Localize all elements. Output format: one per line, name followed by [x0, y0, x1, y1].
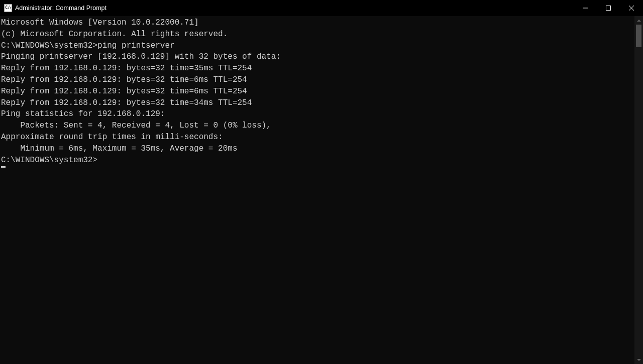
window-title: Administrator: Command Prompt [15, 5, 106, 12]
cursor [1, 166, 6, 168]
cmd-icon-text: C:\ [5, 6, 11, 10]
packets-line: Packets: Sent = 4, Received = 4, Lost = … [1, 120, 634, 132]
cmd-icon: C:\ [4, 4, 12, 12]
approx-line: Approximate round trip times in milli-se… [1, 132, 634, 143]
close-icon [629, 6, 634, 11]
stats-header-line: Ping statistics for 192.168.0.129: [1, 108, 634, 120]
reply-line: Reply from 192.168.0.129: bytes=32 time=… [1, 86, 634, 97]
close-button[interactable] [620, 0, 643, 16]
current-prompt-line: C:\WINDOWS\system32> [1, 155, 634, 168]
terminal-output[interactable]: Microsoft Windows [Version 10.0.22000.71… [0, 16, 634, 364]
copyright-line: (c) Microsoft Corporation. All rights re… [1, 29, 634, 40]
svg-marker-5 [637, 359, 641, 361]
command-prompt-window: C:\ Administrator: Command Prompt Micros… [0, 0, 643, 364]
reply-line: Reply from 192.168.0.129: bytes=32 time=… [1, 63, 634, 74]
chevron-up-icon [637, 20, 641, 22]
window-controls [574, 0, 643, 16]
scroll-thumb[interactable] [636, 25, 641, 47]
reply-line: Reply from 192.168.0.129: bytes=32 time=… [1, 74, 634, 86]
svg-rect-1 [606, 6, 611, 11]
minmax-line: Minimum = 6ms, Maximum = 35ms, Average =… [1, 143, 634, 155]
scroll-track[interactable] [634, 25, 643, 355]
minimize-icon [583, 6, 588, 11]
maximize-button[interactable] [597, 0, 620, 16]
maximize-icon [606, 6, 611, 11]
prompt-text: C:\WINDOWS\system32> [1, 156, 97, 165]
scroll-up-arrow[interactable] [634, 16, 643, 25]
vertical-scrollbar[interactable] [634, 16, 643, 364]
scroll-down-arrow[interactable] [634, 355, 643, 364]
prompt-line: C:\WINDOWS\system32>ping printserver [1, 40, 634, 52]
svg-marker-4 [637, 20, 641, 22]
version-line: Microsoft Windows [Version 10.0.22000.71… [1, 17, 634, 29]
chevron-down-icon [637, 359, 641, 361]
reply-line: Reply from 192.168.0.129: bytes=32 time=… [1, 97, 634, 109]
client-area: Microsoft Windows [Version 10.0.22000.71… [0, 16, 643, 364]
pinging-line: Pinging printserver [192.168.0.129] with… [1, 51, 634, 63]
minimize-button[interactable] [574, 0, 597, 16]
titlebar[interactable]: C:\ Administrator: Command Prompt [0, 0, 643, 16]
